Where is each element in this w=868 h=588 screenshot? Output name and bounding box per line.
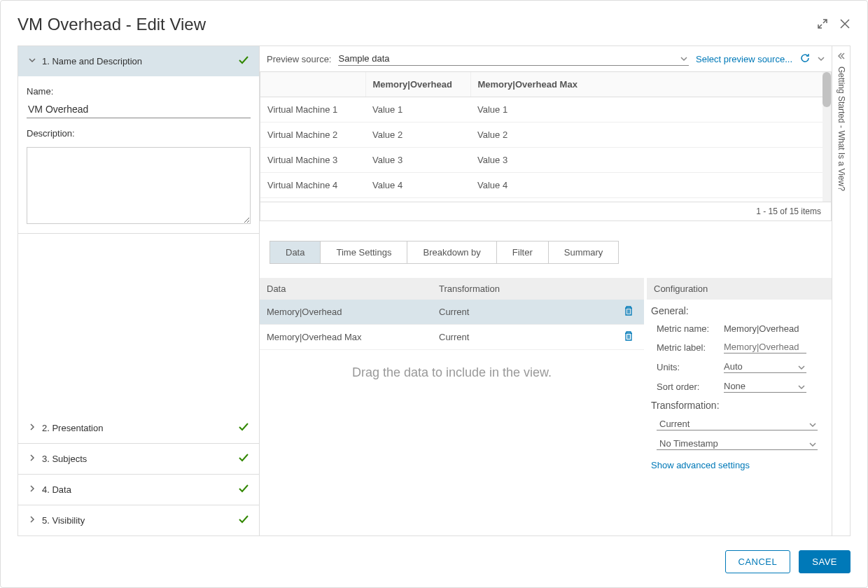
step-title-5: 5. Visibility (42, 515, 85, 526)
tab-filter[interactable]: Filter (497, 241, 549, 263)
table-cell: Value 2 (365, 122, 470, 148)
data-row[interactable]: Memory|Overhead MaxCurrent (260, 325, 644, 350)
units-label: Units: (651, 362, 720, 372)
chevron-down-icon (28, 56, 36, 66)
cancel-button[interactable]: CANCEL (725, 550, 791, 573)
general-section-label: General: (651, 305, 827, 316)
step-title-2: 2. Presentation (42, 423, 103, 433)
preview-source-value: Sample data (338, 53, 389, 64)
table-cell: Value 4 (470, 173, 831, 198)
data-config: Data Transformation Memory|OverheadCurre… (260, 278, 832, 536)
metric-name-label: Metric name: (651, 323, 720, 334)
table-row[interactable]: Virtual Machine 2Value 2Value 2 (260, 122, 831, 148)
table-row[interactable]: Virtual Machine 1Value 1Value 1 (260, 97, 831, 122)
chevron-right-icon (28, 515, 36, 526)
table-cell: Virtual Machine 1 (260, 97, 365, 122)
step-subjects: 3. Subjects (18, 444, 259, 475)
data-row[interactable]: Memory|OverheadCurrent (260, 300, 644, 325)
tab-summary[interactable]: Summary (549, 241, 619, 263)
save-button[interactable]: SAVE (799, 550, 850, 573)
edit-view-dialog: VM Overhead - Edit View 1. Name and Desc… (0, 0, 868, 588)
caret-down-icon (798, 382, 805, 393)
name-input[interactable] (27, 101, 251, 118)
tab-time-settings[interactable]: Time Settings (321, 241, 407, 263)
step-visibility: 5. Visibility (18, 505, 259, 536)
step-header-5[interactable]: 5. Visibility (18, 505, 259, 536)
caret-down-icon (680, 54, 687, 64)
table-cell: Value 3 (365, 148, 470, 173)
name-label: Name: (27, 86, 251, 97)
sort-order-select[interactable]: None (724, 380, 806, 393)
preview-source-select[interactable]: Sample data (338, 52, 689, 66)
wizard-steps: 1. Name and Description Name: Descriptio… (18, 46, 260, 536)
sort-order-label: Sort order: (651, 382, 720, 392)
chevron-right-icon (28, 484, 36, 495)
check-icon (238, 483, 249, 496)
table-cell: Value 4 (365, 173, 470, 198)
data-list-column: Data Transformation Memory|OverheadCurre… (260, 278, 644, 536)
table-cell: Value 3 (470, 148, 831, 173)
close-icon[interactable] (839, 18, 850, 31)
delete-icon[interactable] (616, 300, 644, 324)
table-row[interactable]: Virtual Machine 4Value 4Value 4 (260, 173, 831, 198)
table-cell: Value 5 (470, 198, 831, 202)
preview-data-table: Memory|Overhead Memory|Overhead Max Virt… (260, 72, 831, 202)
tab-breakdown-by[interactable]: Breakdown by (407, 241, 496, 263)
dialog-title: VM Overhead - Edit View (18, 15, 206, 34)
dialog-body: 1. Name and Description Name: Descriptio… (18, 46, 850, 536)
check-icon (238, 514, 249, 527)
transformation-cell: Current (432, 301, 616, 323)
data-header: Data (260, 278, 432, 300)
check-icon (238, 452, 249, 465)
step-title-1: 1. Name and Description (42, 56, 142, 66)
preview-table: Memory|Overhead Memory|Overhead Max Virt… (260, 71, 832, 221)
step-header-3[interactable]: 3. Subjects (18, 444, 259, 474)
collapse-rail-icon[interactable] (837, 52, 846, 62)
transformation-select[interactable]: Current (657, 418, 818, 430)
table-row[interactable]: Virtual Machine 3Value 3Value 3 (260, 148, 831, 173)
table-row[interactable]: Virtual Machine 5Value 5Value 5 (260, 198, 831, 202)
table-cell: Virtual Machine 3 (260, 148, 365, 173)
caret-down-icon[interactable] (818, 54, 825, 64)
table-cell: Value 1 (365, 97, 470, 122)
step-header-1[interactable]: 1. Name and Description (18, 46, 259, 76)
step-body-1: Name: Description: (18, 76, 259, 233)
step-title-3: 3. Subjects (42, 454, 87, 464)
drag-hint: Drag the data to include in the view. (260, 350, 644, 396)
transformation-cell: Current (432, 326, 616, 348)
getting-started-rail[interactable]: Getting Started - What Is a View? (832, 46, 850, 536)
data-list-header: Data Transformation (260, 278, 644, 300)
col-header-0[interactable] (260, 72, 365, 97)
metric-label-label: Metric label: (651, 342, 720, 353)
data-cell: Memory|Overhead Max (260, 326, 432, 348)
timestamp-select[interactable]: No Timestamp (657, 438, 818, 450)
step-header-2[interactable]: 2. Presentation (18, 413, 259, 443)
metric-label-input[interactable] (724, 341, 806, 354)
preview-bar: Preview source: Sample data Select previ… (260, 46, 832, 71)
tab-data[interactable]: Data (270, 241, 321, 263)
table-cell: Value 2 (470, 122, 831, 148)
main-panel: Preview source: Sample data Select previ… (260, 46, 850, 536)
step-header-4[interactable]: 4. Data (18, 475, 259, 505)
select-preview-source-link[interactable]: Select preview source... (696, 54, 792, 64)
col-header-1[interactable]: Memory|Overhead (365, 72, 470, 97)
col-header-2[interactable]: Memory|Overhead Max (470, 72, 831, 97)
units-select[interactable]: Auto (724, 360, 806, 373)
description-label: Description: (27, 128, 251, 139)
refresh-icon[interactable] (799, 52, 811, 66)
table-cell: Value 1 (470, 97, 831, 122)
description-textarea[interactable] (27, 147, 251, 224)
delete-icon[interactable] (616, 325, 644, 349)
transformation-header: Transformation (432, 278, 616, 300)
scrollbar[interactable] (822, 72, 831, 202)
expand-icon[interactable] (817, 18, 828, 31)
table-cell: Virtual Machine 4 (260, 173, 365, 198)
transformation-section-label: Transformation: (651, 400, 827, 411)
caret-down-icon (809, 420, 816, 430)
table-cell: Virtual Machine 5 (260, 198, 365, 202)
table-cell: Virtual Machine 2 (260, 122, 365, 148)
rail-label: Getting Started - What Is a View? (836, 66, 846, 191)
check-icon (238, 55, 249, 68)
caret-down-icon (809, 440, 816, 450)
show-advanced-settings-link[interactable]: Show advanced settings (651, 460, 827, 470)
